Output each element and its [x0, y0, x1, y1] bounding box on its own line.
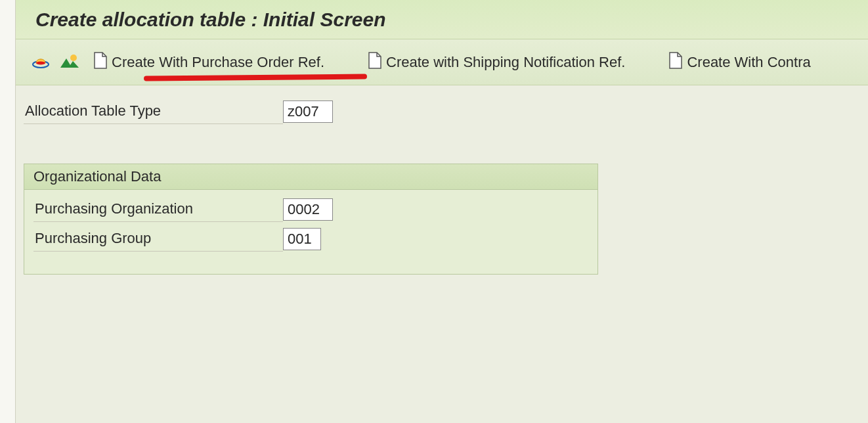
allocation-table-type-input[interactable] [283, 100, 333, 123]
purchasing-group-label: Purchasing Group [33, 226, 283, 252]
purchasing-group-input[interactable] [283, 228, 321, 250]
organizational-data-header: Organizational Data [24, 164, 597, 190]
svg-point-2 [70, 55, 77, 61]
organizational-data-group: Organizational Data Purchasing Organizat… [24, 164, 598, 275]
purchasing-organization-label: Purchasing Organization [33, 196, 283, 222]
document-icon [93, 52, 108, 73]
page-title: Create allocation table : Initial Screen [35, 9, 386, 31]
svg-point-1 [36, 61, 45, 64]
allocation-table-type-row: Allocation Table Type [24, 99, 868, 124]
content-area: Allocation Table Type Organizational Dat… [16, 85, 868, 275]
hat-icon [32, 53, 50, 72]
organizational-data-content: Purchasing Organization Purchasing Group [24, 190, 597, 252]
annotation-red-underline [144, 74, 367, 81]
create-with-contract-label: Create With Contra [687, 54, 810, 71]
document-icon [368, 52, 382, 73]
title-bar: Create allocation table : Initial Screen [16, 0, 868, 39]
create-with-purchase-order-button[interactable]: Create With Purchase Order Ref. [87, 49, 331, 76]
create-with-purchase-order-label: Create With Purchase Order Ref. [112, 54, 324, 71]
purchasing-organization-row: Purchasing Organization [33, 196, 588, 222]
allocation-table-type-label: Allocation Table Type [24, 99, 283, 124]
create-with-shipping-notification-button[interactable]: Create with Shipping Notification Ref. [361, 49, 632, 76]
hat-icon-button[interactable] [29, 51, 53, 74]
create-with-contract-button[interactable]: Create With Contra [662, 49, 817, 76]
left-margin [0, 0, 16, 423]
create-with-shipping-notification-label: Create with Shipping Notification Ref. [386, 54, 625, 71]
purchasing-organization-input[interactable] [283, 198, 333, 221]
purchasing-group-row: Purchasing Group [33, 226, 588, 252]
landscape-icon [60, 53, 79, 72]
main-area: Create allocation table : Initial Screen [16, 0, 868, 423]
landscape-icon-button[interactable] [58, 51, 81, 74]
document-icon [668, 52, 683, 73]
